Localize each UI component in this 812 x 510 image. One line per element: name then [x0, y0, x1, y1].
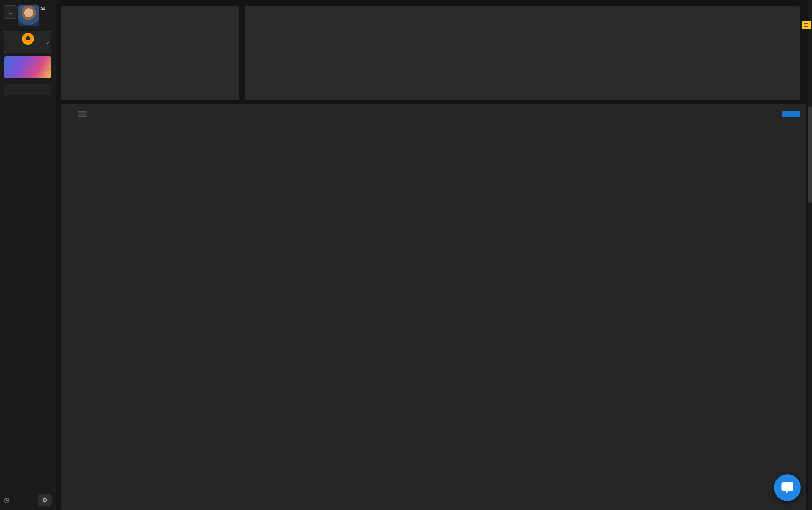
sidebar: □ ✉ › › ◷ ⚙	[0, 0, 56, 510]
clock-icon: ◷	[4, 496, 10, 504]
mail-widget[interactable]: ✉	[40, 5, 45, 12]
app-page: □ ✉ › › ◷ ⚙	[0, 0, 812, 510]
chat-button[interactable]	[774, 474, 801, 501]
chat-icon	[781, 481, 794, 494]
gear-icon: ⚙	[42, 497, 47, 503]
chevron-right-icon[interactable]: ›	[47, 63, 49, 71]
company-switcher[interactable]: ›	[4, 31, 51, 53]
mail-icon: ✉	[40, 5, 45, 12]
company-costs-panel	[61, 104, 806, 510]
scrollbar-thumb[interactable]	[808, 106, 812, 203]
chart-menu-button[interactable]	[802, 21, 811, 29]
search-input[interactable]	[4, 84, 51, 95]
diagram-panel	[245, 6, 800, 100]
sidebar-top: □ ✉	[0, 0, 56, 26]
costs-table-wrap	[61, 123, 806, 510]
costs-summary-panel	[61, 6, 239, 100]
project-thumbnail	[4, 56, 51, 78]
sidebar-footer: ◷ ⚙	[4, 494, 52, 506]
save-button[interactable]	[782, 111, 800, 117]
collapse-sidebar-button[interactable]: □	[4, 5, 17, 19]
avatar[interactable]	[18, 5, 39, 26]
vertical-scrollbar[interactable]	[808, 0, 812, 510]
hamburger-icon	[804, 23, 808, 27]
project-switcher[interactable]: ›	[4, 56, 51, 78]
chevron-right-icon[interactable]: ›	[47, 38, 49, 46]
settings-gear-button[interactable]: ⚙	[38, 494, 52, 506]
reset-table-button[interactable]	[78, 111, 87, 117]
metrics-grid	[71, 13, 229, 20]
cost-trend-chart	[245, 6, 800, 100]
square-icon: □	[9, 9, 12, 15]
table-toolbar	[61, 104, 806, 123]
company-logo-icon	[22, 33, 34, 45]
